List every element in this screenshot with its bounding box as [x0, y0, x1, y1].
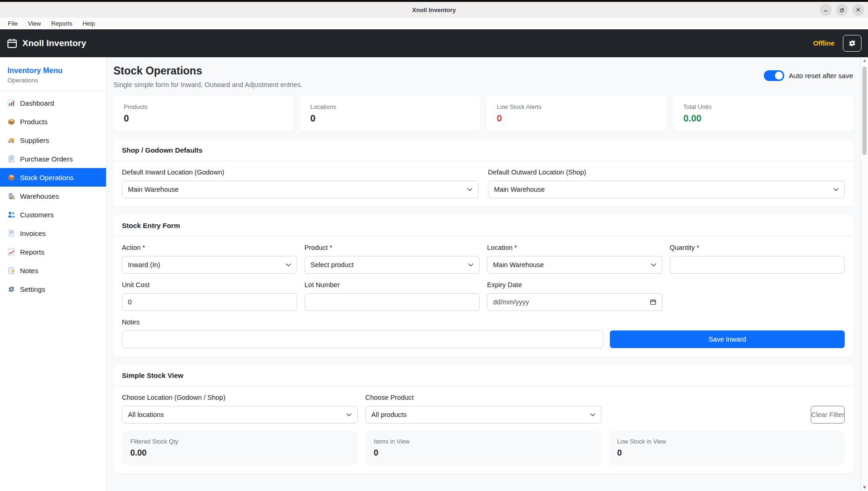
product-select[interactable]: Select product — [305, 256, 480, 274]
minimize-button[interactable] — [820, 4, 832, 16]
select-value: All products — [371, 411, 407, 418]
sidebar-nav: Dashboard Products Suppliers Purchase Or… — [0, 91, 106, 298]
sidebar-item-label: Products — [20, 118, 47, 126]
defaults-card: Shop / Godown Defaults Default Inward Lo… — [114, 140, 853, 207]
menu-view[interactable]: View — [24, 19, 45, 28]
clipboard-icon — [7, 155, 15, 163]
people-icon — [7, 211, 15, 219]
chevron-down-icon — [651, 263, 656, 267]
minimize-icon — [823, 7, 828, 13]
choose-location-select[interactable]: All locations — [122, 406, 358, 424]
sidebar-item-label: Invoices — [20, 229, 46, 237]
gear-icon — [848, 39, 856, 47]
chevron-down-icon — [346, 413, 352, 417]
scroll-up-icon[interactable]: ▲ — [862, 59, 867, 63]
scrollbar-thumb[interactable] — [862, 67, 867, 155]
receipt-icon — [7, 229, 15, 237]
toggle-knob — [775, 72, 783, 80]
entry-card-title: Stock Entry Form — [114, 215, 853, 236]
quantity-label: Quantity * — [670, 244, 845, 251]
chart-icon — [7, 248, 15, 256]
outward-location-select[interactable]: Main Warehouse — [488, 181, 845, 198]
choose-location-label: Choose Location (Godown / Shop) — [122, 394, 358, 401]
sidebar-item-warehouses[interactable]: Warehouses — [0, 187, 106, 205]
sidebar-item-label: Stock Operations — [20, 174, 73, 182]
sidebar-item-purchase-orders[interactable]: Purchase Orders — [0, 149, 106, 168]
sidebar-item-invoices[interactable]: Invoices — [0, 224, 106, 242]
stat-label: Products — [124, 103, 283, 110]
lot-number-input[interactable] — [305, 293, 480, 311]
app-header: Xnoll Inventory Offline — [0, 29, 868, 57]
memo-icon — [7, 267, 15, 275]
clear-filter-button[interactable]: Clear Filter — [811, 406, 845, 424]
close-button[interactable] — [852, 4, 864, 16]
entry-card: Stock Entry Form Action * Inward (In) Pr… — [114, 215, 853, 356]
main-content: Stock Operations Single simple form for … — [107, 57, 861, 491]
select-value: Inward (In) — [128, 261, 160, 269]
mini-card-filtered-qty: Filtered Stock Qty 0.00 — [122, 431, 358, 465]
sidebar-item-label: Notes — [20, 267, 38, 275]
stat-card-low-stock: Low Stock Alerts 0 — [487, 96, 667, 131]
sidebar-item-suppliers[interactable]: Suppliers — [0, 131, 106, 149]
sidebar-item-label: Suppliers — [20, 136, 49, 144]
unit-cost-input[interactable] — [122, 293, 297, 311]
sidebar-item-notes[interactable]: Notes — [0, 261, 106, 280]
expiry-date-input[interactable]: dd/mm/yyyy — [487, 293, 662, 311]
restore-button[interactable] — [836, 4, 848, 16]
date-placeholder: dd/mm/yyyy — [493, 298, 529, 306]
menubar: File View Reports Help — [0, 18, 868, 29]
outward-location-label: Default Outward Location (Shop) — [488, 168, 845, 176]
select-value: Main Warehouse — [128, 186, 179, 193]
inward-location-select[interactable]: Main Warehouse — [122, 181, 479, 198]
sidebar-item-products[interactable]: Products — [0, 112, 106, 131]
chevron-down-icon — [590, 413, 595, 417]
notes-input[interactable] — [122, 330, 603, 348]
auto-reset-toggle[interactable] — [764, 70, 784, 81]
page-subtitle: Single simple form for Inward, Outward a… — [114, 81, 302, 88]
brand: Xnoll Inventory — [7, 38, 86, 49]
mini-card-items-in-view: Items in View 0 — [365, 431, 601, 465]
sidebar-header: Inventory Menu Operations — [0, 57, 106, 91]
inward-location-label: Default Inward Location (Godown) — [122, 168, 479, 176]
stat-label: Low Stock Alerts — [497, 103, 656, 110]
chevron-down-icon — [286, 263, 291, 267]
sidebar-item-label: Reports — [20, 248, 45, 256]
gear-icon — [7, 285, 15, 293]
choose-product-select[interactable]: All products — [365, 406, 601, 424]
stat-value: 0 — [124, 113, 283, 124]
scrollbar[interactable]: ▲ ▼ — [861, 57, 868, 491]
spacer — [670, 281, 845, 311]
select-value: Main Warehouse — [494, 186, 545, 193]
quantity-input[interactable] — [670, 256, 845, 274]
defaults-card-title: Shop / Godown Defaults — [114, 140, 853, 161]
save-inward-button[interactable]: Save Inward — [610, 330, 845, 348]
scroll-down-icon[interactable]: ▼ — [862, 485, 867, 490]
mini-label: Filtered Stock Qty — [130, 438, 349, 445]
package-icon — [7, 174, 15, 182]
sidebar-item-settings[interactable]: Settings — [0, 280, 106, 298]
expiry-date-label: Expiry Date — [487, 281, 662, 289]
sidebar-item-customers[interactable]: Customers — [0, 205, 106, 224]
menu-help[interactable]: Help — [78, 19, 99, 28]
location-select[interactable]: Main Warehouse — [487, 256, 662, 274]
view-card: Simple Stock View Choose Location (Godow… — [114, 365, 853, 473]
sidebar-item-dashboard[interactable]: Dashboard — [0, 94, 106, 112]
sidebar-item-stock-operations[interactable]: Stock Operations — [0, 168, 106, 187]
sidebar-item-reports[interactable]: Reports — [0, 242, 106, 261]
sidebar-item-label: Settings — [20, 285, 45, 293]
status-badge: Offline — [813, 40, 835, 47]
settings-button[interactable] — [843, 35, 861, 52]
action-select[interactable]: Inward (In) — [122, 256, 297, 274]
menu-file[interactable]: File — [4, 19, 22, 28]
stat-card-products: Products 0 — [114, 96, 294, 131]
stats-row: Products 0 Locations 0 Low Stock Alerts … — [114, 96, 853, 131]
building-icon — [7, 192, 15, 200]
truck-icon — [7, 136, 15, 144]
stat-card-locations: Locations 0 — [300, 96, 480, 131]
titlebar: Xnoll Inventory — [0, 2, 868, 18]
chevron-down-icon — [833, 188, 839, 191]
menu-reports[interactable]: Reports — [47, 19, 77, 28]
unit-cost-label: Unit Cost — [122, 281, 297, 289]
stat-value: 0.00 — [683, 113, 843, 124]
action-label: Action * — [122, 244, 297, 251]
